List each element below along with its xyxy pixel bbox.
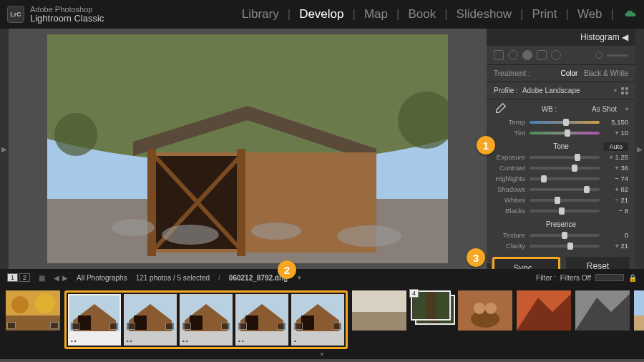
svg-rect-40 [352,312,406,331]
treatment-label: Treatment : [494,69,530,77]
spot-tool-icon[interactable] [508,50,518,60]
filmstrip-thumb[interactable] [517,290,571,331]
tool-strip [487,46,635,65]
callout-3: 3 [467,248,485,267]
wb-label: WB : [512,105,586,113]
slider-contrast[interactable]: Contrast+ 36 [487,162,635,173]
slider-texture[interactable]: Texture0 [487,230,635,240]
filter-attributes-icon[interactable] [595,274,624,281]
filmstrip-thumb[interactable] [6,290,60,331]
filmstrip-stack[interactable]: 4 [411,290,454,331]
flag-icon[interactable] [7,322,16,329]
svg-rect-54 [634,315,644,331]
develop-right-panel: Histogram ◀ Treatment : Color Black & Wh… [487,29,635,269]
filmstrip-handle[interactable]: ▼ [0,352,644,359]
module-slideshow[interactable]: Slideshow [452,4,517,24]
slider-whites[interactable]: Whites− 21 [487,195,635,205]
svg-rect-8 [147,149,156,256]
cloud-sync-icon[interactable] [624,10,637,19]
profile-dropdown[interactable]: Adobe Landscape [522,87,610,94]
svg-point-47 [474,303,485,314]
slider-shadows[interactable]: Shadows+ 82 [487,184,635,195]
chevron-down-icon[interactable]: ▼ [296,275,302,281]
module-map[interactable]: Map [360,4,392,24]
monitor-2[interactable]: 2 [19,273,30,282]
filmstrip-thumb[interactable]: •• [124,294,177,346]
module-develop[interactable]: Develop [295,4,348,24]
filmstrip-thumb[interactable]: •• [68,294,121,346]
slider-clarity[interactable]: Clarity+ 21 [487,240,635,251]
source-dropdown[interactable]: All Photographs [77,274,127,282]
radial-tool-icon[interactable] [551,50,561,60]
svg-rect-9 [237,149,245,256]
chevron-down-icon[interactable]: ▾ [625,106,628,112]
secondary-display-toggle[interactable]: 1 2 [7,273,30,282]
nav-back-icon[interactable]: ◀ [54,274,59,282]
loupe-view[interactable] [9,29,487,269]
badge-icon[interactable] [50,322,59,329]
slider-exposure[interactable]: Exposure+ 1.25 [487,152,635,162]
brush-tool-icon[interactable] [595,52,602,59]
redeye-tool-icon[interactable] [522,50,532,60]
module-web[interactable]: Web [573,4,607,24]
profile-label: Profile : [494,87,518,94]
module-print[interactable]: Print [528,4,562,24]
left-panel-toggle[interactable]: ▶ [0,29,9,269]
slider-highlights[interactable]: Highlights− 74 [487,173,635,184]
chevron-right-icon: ▶ [1,145,7,153]
filmstrip-thumb[interactable] [458,290,512,331]
presence-section-header: Presence [487,216,635,230]
callout-1: 1 [477,136,495,155]
monitor-1[interactable]: 1 [7,273,18,282]
treatment-color[interactable]: Color [561,69,578,77]
histogram-header[interactable]: Histogram ◀ [487,29,635,46]
nav-arrows: ◀ ▶ [54,274,68,282]
chevron-down-icon[interactable]: ▾ [614,87,617,94]
svg-point-12 [112,219,155,236]
title-bar: LrC Adobe Photoshop Lightroom Classic Li… [0,0,644,29]
svg-rect-16 [621,87,624,90]
filmstrip-thumb[interactable] [352,290,406,331]
svg-rect-39 [352,290,406,312]
app-name: Adobe Photoshop Lightroom Classic [30,5,104,24]
filmstrip-thumb[interactable] [634,290,644,331]
wb-dropdown[interactable]: As Shot [592,105,617,113]
filter-dropdown[interactable]: Filters Off [560,274,591,282]
lock-icon[interactable]: 🔒 [628,274,637,282]
callout-2: 2 [278,260,296,279]
slider-tint[interactable]: Tint+ 10 [487,127,635,138]
mask-tool-icon[interactable] [537,50,547,60]
module-book[interactable]: Book [404,4,440,24]
filmstrip-thumb[interactable]: •• [180,294,233,346]
auto-button[interactable]: Auto [603,142,628,151]
filmstrip-thumb[interactable]: •• [235,294,288,346]
nav-forward-icon[interactable]: ▶ [62,274,68,282]
slider-blacks[interactable]: Blacks− 8 [487,205,635,216]
stack-count-badge: 4 [409,289,419,298]
module-library[interactable]: Library [238,4,283,24]
brush-size-slider[interactable] [607,54,628,57]
profile-grid-icon[interactable] [621,87,628,94]
grid-view-icon[interactable]: ▦ [39,274,45,282]
slider-temp[interactable]: Temp5,150 [487,117,635,127]
filmstrip-thumb[interactable] [575,290,630,331]
module-picker: Library| Develop| Map| Book| Slideshow| … [238,4,637,24]
svg-rect-44 [426,292,436,319]
tone-section-header: ToneAuto [487,138,635,152]
svg-point-13 [162,225,219,245]
svg-point-46 [471,310,499,328]
app-logo: LrC [7,6,24,23]
eyedropper-icon[interactable] [494,102,507,115]
svg-point-15 [337,225,401,247]
filter-label: Filter : [536,274,556,282]
filmstrip-thumb[interactable]: • [291,294,344,346]
app-title-text: Lightroom Classic [30,14,104,24]
crop-tool-icon[interactable] [494,50,504,60]
svg-point-23 [35,293,55,313]
filmstrip[interactable]: •• •• •• •• • 4 [0,286,644,352]
treatment-bw[interactable]: Black & White [584,69,628,77]
photo-count: 121 photos / 5 selected [136,274,210,282]
right-panel-toggle[interactable]: ▶ [635,29,644,269]
profile-row: Profile : Adobe Landscape ▾ [487,82,635,99]
main-area: ▶ Histogra [0,29,644,269]
